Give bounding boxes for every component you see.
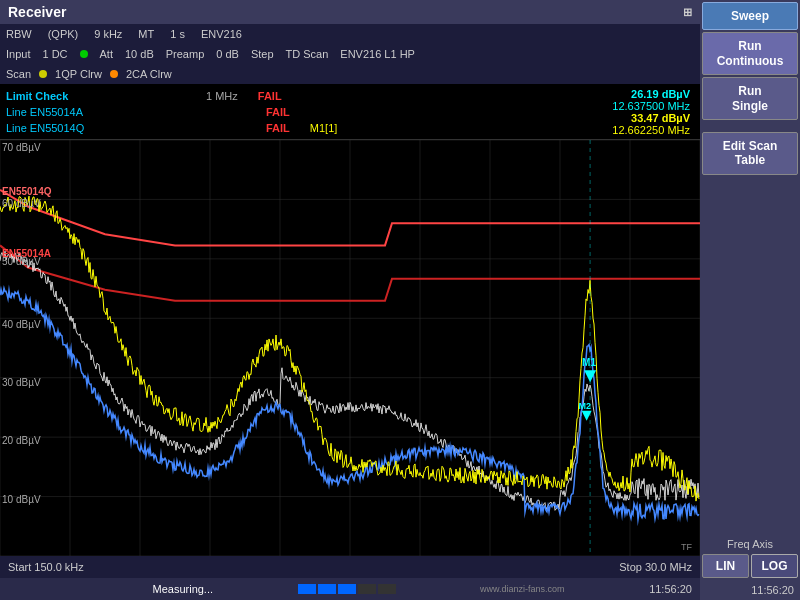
tf-label: TF <box>681 542 692 552</box>
prog-3 <box>338 584 356 594</box>
start-freq: Start 150.0 kHz <box>8 561 84 573</box>
sidebar-time: 11:56:20 <box>702 582 798 598</box>
bottom-bar: Start 150.0 kHz Stop 30.0 MHz <box>0 556 700 578</box>
freq-axis-label: Freq Axis <box>702 534 798 552</box>
env-value: ENV216 <box>201 28 242 40</box>
receiver-title: Receiver <box>8 4 66 20</box>
step-label: Step <box>251 48 274 60</box>
progress-bar <box>298 584 396 594</box>
time-display: 11:56:20 <box>649 583 692 595</box>
grid-icon: ⊞ <box>683 6 692 19</box>
prog-5 <box>378 584 396 594</box>
att-value: 10 dB <box>125 48 154 60</box>
edit-scan-table-button[interactable]: Edit Scan Table <box>702 132 798 175</box>
rbw-value: 9 kHz <box>94 28 122 40</box>
mt-label: MT <box>138 28 154 40</box>
y-label-40: 40 dBµV <box>2 319 41 330</box>
led-green <box>80 50 88 58</box>
scan-bar: Scan 1QP Clrw 2CA Clrw <box>0 64 700 84</box>
marker-col-mid: 1 MHz FAIL FAIL FAIL M1[1] <box>206 86 406 138</box>
title-bar: Receiver ⊞ <box>0 0 700 24</box>
sweep-button[interactable]: Sweep <box>702 2 798 30</box>
m2-value: 26.19 dBµV <box>406 88 690 100</box>
mt-value: 1 s <box>170 28 185 40</box>
m1-label-mid: M1[1] <box>310 122 338 134</box>
freq-marker: 1 MHz <box>206 90 238 102</box>
y-label-20: 20 dBµV <box>2 435 41 446</box>
spectrum-canvas <box>0 140 700 556</box>
preamp-value: 0 dB <box>216 48 239 60</box>
limit-check-label: Limit Check <box>6 90 206 102</box>
input-bar: Input 1 DC Att 10 dB Preamp 0 dB Step TD… <box>0 44 700 64</box>
measuring-text: Measuring... <box>153 583 214 595</box>
preamp-label: Preamp <box>166 48 205 60</box>
line-en55014a-label: Line EN55014A <box>6 106 206 118</box>
att-label: Att <box>100 48 113 60</box>
y-label-60: 60 dBµV <box>2 198 41 209</box>
prog-4 <box>358 584 376 594</box>
y-label-10: 10 dBµV <box>2 494 41 505</box>
stop-freq: Stop 30.0 MHz <box>619 561 692 573</box>
main-container: Receiver ⊞ RBW (QPK) 9 kHz MT 1 s ENV216… <box>0 0 800 600</box>
prog-1 <box>298 584 316 594</box>
marker-info: Limit Check Line EN55014A Line EN55014Q … <box>0 84 700 140</box>
m1-value: 33.47 dBµV <box>406 112 690 124</box>
step-value: TD Scan <box>286 48 329 60</box>
m1-freq: 12.662250 MHz <box>406 124 690 136</box>
en55014q-label: EN55014Q <box>2 186 51 197</box>
info-bar: RBW (QPK) 9 kHz MT 1 s ENV216 <box>0 24 700 44</box>
lin-button[interactable]: LIN <box>702 554 749 578</box>
marker-col-left: Limit Check Line EN55014A Line EN55014Q <box>6 86 206 138</box>
freq-btn-row: LIN LOG <box>702 554 798 578</box>
led-2ca <box>110 70 118 78</box>
spacer1 <box>702 122 798 130</box>
spectrum-panel: Receiver ⊞ RBW (QPK) 9 kHz MT 1 s ENV216… <box>0 0 700 600</box>
scan-2ca: 2CA Clrw <box>126 68 172 80</box>
marker-col-right: 26.19 dBµV 12.637500 MHz 33.47 dBµV 12.6… <box>406 86 694 138</box>
env2-value: ENV216 L1 HP <box>340 48 415 60</box>
fail-1: FAIL <box>258 90 282 102</box>
led-1qp <box>39 70 47 78</box>
y-label-70: 70 dBµV <box>2 142 41 153</box>
log-button[interactable]: LOG <box>751 554 798 578</box>
y-label-30: 30 dBµV <box>2 377 41 388</box>
watermark: www.dianzi-fans.com <box>480 584 565 594</box>
en55014a-label: EN55014A <box>2 248 51 259</box>
scan-1qp: 1QP Clrw <box>55 68 102 80</box>
fail-2: FAIL <box>266 106 290 118</box>
spacer-main <box>702 177 798 532</box>
chart-area: 70 dBµV 60 dBµV EN55014Q 50 dBµV EN55014… <box>0 140 700 556</box>
rbw-label: RBW <box>6 28 32 40</box>
prog-2 <box>318 584 336 594</box>
input-value: 1 DC <box>42 48 67 60</box>
run-single-button[interactable]: Run Single <box>702 77 798 120</box>
scan-label: Scan <box>6 68 31 80</box>
right-sidebar: Sweep Run Continuous Run Single Edit Sca… <box>700 0 800 600</box>
fail-3: FAIL <box>266 122 290 134</box>
rbw-mode: (QPK) <box>48 28 79 40</box>
line-en55014q-label: Line EN55014Q <box>6 122 206 134</box>
run-continuous-button[interactable]: Run Continuous <box>702 32 798 75</box>
status-bar: Measuring... www.dianzi-fans.com 11:56:2… <box>0 578 700 600</box>
input-label: Input <box>6 48 30 60</box>
m2-freq: 12.637500 MHz <box>406 100 690 112</box>
